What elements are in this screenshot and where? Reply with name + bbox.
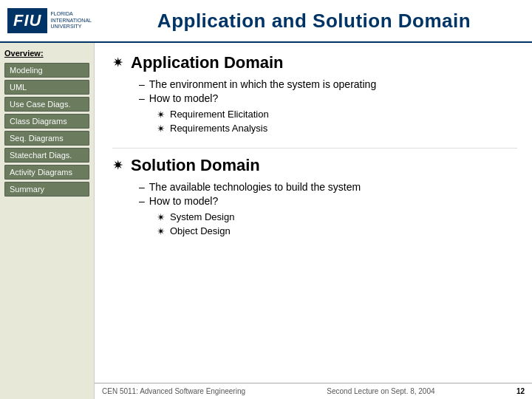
sub-asterisk-icon: ✴ — [157, 123, 166, 134]
sidebar-item-summary[interactable]: Summary — [4, 182, 89, 197]
sidebar-item-seq-diagrams[interactable]: Seq. Diagrams — [4, 131, 89, 146]
bullet-item: – The environment in which the system is… — [139, 78, 517, 90]
header: FIU FLORIDA INTERNATIONAL UNIVERSITY App… — [0, 0, 532, 43]
section1-bullets: – The environment in which the system is… — [139, 78, 517, 104]
section2-asterisk: ✴ — [112, 157, 123, 174]
sub-asterisk-icon: ✴ — [157, 225, 166, 237]
footer: CEN 5011: Advanced Software Engineering … — [95, 383, 532, 399]
dash-icon: – — [139, 78, 145, 90]
section-application-domain: ✴ Application Domain – The environment i… — [112, 53, 517, 134]
logo-area: FIU FLORIDA INTERNATIONAL UNIVERSITY — [7, 8, 103, 33]
bullet-item: – How to model? — [139, 195, 517, 207]
section1-title: Application Domain — [131, 53, 284, 72]
sidebar-item-class-diagrams[interactable]: Class Diagrams — [4, 114, 89, 129]
section-divider — [112, 148, 517, 149]
sub-bullet-item: ✴ Object Design — [157, 225, 517, 237]
section2-bullets: – The available technologies to build th… — [139, 181, 517, 207]
sub-bullet-item: ✴ System Design — [157, 211, 517, 223]
section1-sub-bullets: ✴ Requirement Elicitation ✴ Requirements… — [157, 109, 517, 134]
sub-asterisk-icon: ✴ — [157, 211, 166, 223]
sidebar-item-modeling[interactable]: Modeling — [4, 63, 89, 78]
sidebar: Overview: Modeling UML Use Case Diags. C… — [0, 43, 95, 399]
sidebar-item-activity-diagrams[interactable]: Activity Diagrams — [4, 165, 89, 180]
sidebar-label: Overview: — [4, 49, 89, 58]
bullet-item: – The available technologies to build th… — [139, 181, 517, 193]
sub-bullet-text: Object Design — [170, 225, 231, 236]
bullet-text: The environment in which the system is o… — [149, 78, 376, 90]
footer-page: 12 — [516, 387, 525, 395]
bullet-text: How to model? — [149, 92, 218, 104]
sidebar-item-use-case-diags[interactable]: Use Case Diags. — [4, 97, 89, 112]
logo-text: FIU — [7, 8, 47, 33]
dash-icon: – — [139, 181, 145, 193]
section1-asterisk: ✴ — [112, 55, 123, 71]
sub-bullet-text: Requirement Elicitation — [170, 109, 269, 120]
section2-title: Solution Domain — [131, 156, 260, 175]
sub-bullet-text: System Design — [170, 211, 234, 222]
section1-header: ✴ Application Domain — [112, 53, 517, 72]
sidebar-item-statechart-diags[interactable]: Statechart Diags. — [4, 148, 89, 163]
sub-bullet-text: Requirements Analysis — [170, 123, 267, 134]
content-area: ✴ Application Domain – The environment i… — [95, 43, 532, 399]
bullet-item: – How to model? — [139, 92, 517, 104]
sidebar-item-uml[interactable]: UML — [4, 80, 89, 95]
bullet-text: The available technologies to build the … — [149, 181, 361, 193]
logo-sub: FLORIDA INTERNATIONAL UNIVERSITY — [50, 11, 95, 30]
sub-bullet-item: ✴ Requirement Elicitation — [157, 109, 517, 120]
section-solution-domain: ✴ Solution Domain – The available techno… — [112, 156, 517, 237]
bullet-text: How to model? — [149, 195, 218, 207]
page-title: Application and Solution Domain — [103, 10, 525, 33]
sub-bullet-item: ✴ Requirements Analysis — [157, 123, 517, 134]
dash-icon: – — [139, 195, 145, 207]
footer-date: Second Lecture on Sept. 8, 2004 — [327, 387, 434, 395]
section2-header: ✴ Solution Domain — [112, 156, 517, 175]
sub-asterisk-icon: ✴ — [157, 109, 166, 120]
footer-course: CEN 5011: Advanced Software Engineering — [102, 387, 245, 395]
dash-icon: – — [139, 92, 145, 104]
main-layout: Overview: Modeling UML Use Case Diags. C… — [0, 43, 532, 399]
section2-sub-bullets: ✴ System Design ✴ Object Design — [157, 211, 517, 237]
